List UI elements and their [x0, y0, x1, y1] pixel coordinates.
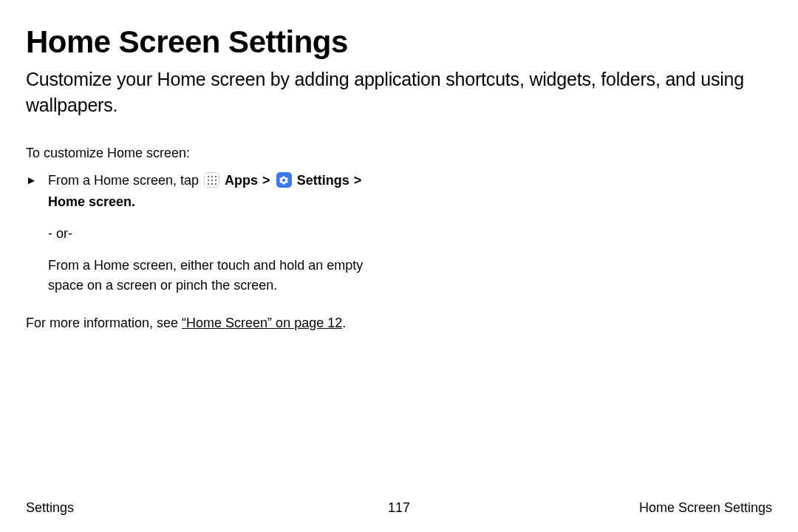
body-column: To customize Home screen: ► From a Home … — [26, 143, 410, 333]
apps-label: Apps — [225, 173, 258, 188]
alt-instruction: From a Home screen, either touch and hol… — [26, 256, 395, 296]
page-title: Home Screen Settings — [26, 25, 772, 59]
home-screen-label: Home screen — [48, 194, 132, 209]
more-info-line: For more information, see “Home Screen” … — [26, 313, 410, 333]
page-footer: Settings 117 Home Screen Settings — [0, 500, 798, 516]
step-continuation: Home screen. — [26, 192, 410, 212]
chevron-right-icon: > — [262, 171, 270, 191]
apps-grid-icon — [204, 172, 219, 188]
more-info-suffix: . — [342, 316, 346, 330]
footer-right: Home Screen Settings — [639, 500, 772, 516]
chevron-right-icon: > — [354, 171, 362, 191]
play-marker-icon: ► — [26, 171, 37, 190]
intro-paragraph: Customize your Home screen by adding app… — [26, 66, 772, 118]
settings-gear-icon — [276, 172, 292, 188]
or-separator: - or- — [26, 224, 410, 244]
cross-reference-link[interactable]: “Home Screen” on page 12 — [182, 316, 342, 330]
step-prefix: From a Home screen, tap — [48, 173, 202, 188]
settings-label: Settings — [297, 173, 349, 188]
page: Home Screen Settings Customize your Home… — [0, 0, 798, 532]
step-line: From a Home screen, tap Apps > Settings … — [48, 173, 362, 188]
footer-page-number: 117 — [388, 500, 410, 516]
lead-line: To customize Home screen: — [26, 143, 410, 163]
period: . — [132, 194, 135, 209]
footer-left: Settings — [26, 500, 74, 516]
more-info-prefix: For more information, see — [26, 316, 182, 330]
step-item: ► From a Home screen, tap Apps > Setting… — [26, 171, 410, 191]
